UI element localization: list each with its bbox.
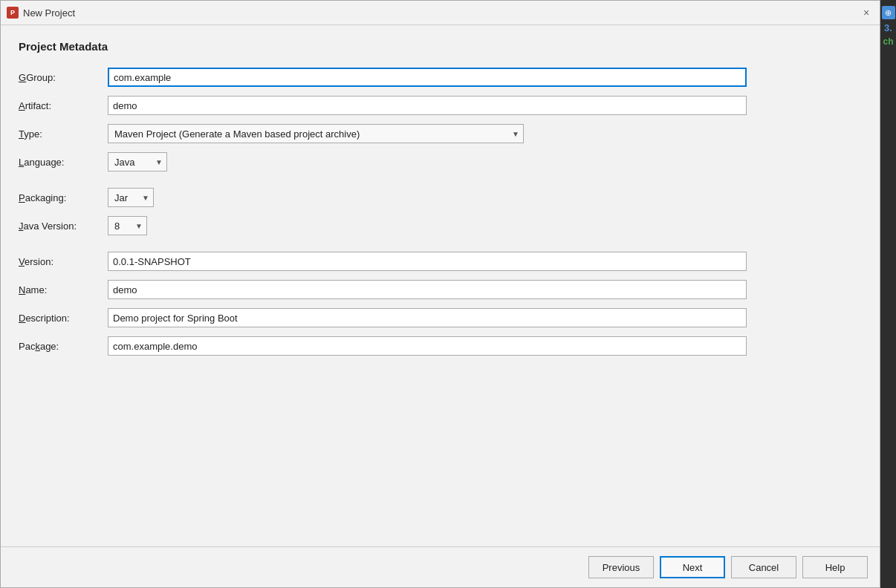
packaging-row: Packaging: Jar War ▼ bbox=[19, 188, 862, 207]
name-label: Name: bbox=[19, 284, 108, 295]
type-label: Type: bbox=[19, 128, 108, 140]
group-input[interactable] bbox=[108, 68, 747, 87]
right-panel-icon[interactable]: ⊕ bbox=[882, 6, 895, 19]
next-button[interactable]: Next bbox=[660, 556, 725, 578]
artifact-row: Artifact: bbox=[19, 96, 862, 115]
language-select[interactable]: Java Kotlin Groovy bbox=[108, 152, 167, 172]
spacer-2 bbox=[19, 244, 862, 252]
java-version-select-wrapper: 8 11 17 21 ▼ bbox=[108, 216, 147, 235]
java-version-select[interactable]: 8 11 17 21 bbox=[108, 216, 147, 235]
language-label: Language: bbox=[19, 157, 108, 168]
cancel-button[interactable]: Cancel bbox=[731, 556, 796, 578]
description-row: Description: bbox=[19, 308, 862, 327]
group-row: GGroup: bbox=[19, 68, 862, 87]
previous-button[interactable]: Previous bbox=[588, 556, 654, 578]
language-row: Language: Java Kotlin Groovy ▼ bbox=[19, 152, 862, 172]
packaging-label: Packaging: bbox=[19, 192, 108, 203]
window-icon: P bbox=[7, 7, 19, 19]
help-button[interactable]: Help bbox=[802, 556, 868, 578]
window-title: New Project bbox=[23, 7, 859, 19]
packaging-select[interactable]: Jar War bbox=[108, 188, 154, 207]
right-panel-extra: ch bbox=[883, 36, 893, 47]
java-version-label: Java Version: bbox=[19, 220, 108, 232]
type-row: Type: Maven Project (Generate a Maven ba… bbox=[19, 124, 862, 143]
spacer-1 bbox=[19, 180, 862, 188]
close-button[interactable]: × bbox=[859, 5, 874, 20]
language-select-wrapper: Java Kotlin Groovy ▼ bbox=[108, 152, 167, 172]
artifact-label: Artifact: bbox=[19, 100, 108, 111]
right-panel-version: 3. bbox=[884, 22, 892, 33]
group-label: GGroup: bbox=[19, 72, 108, 83]
type-select-wrapper: Maven Project (Generate a Maven based pr… bbox=[108, 124, 524, 143]
package-label: Package: bbox=[19, 341, 108, 352]
right-panel: ⊕ 3. ch bbox=[880, 0, 896, 588]
name-row: Name: bbox=[19, 280, 862, 299]
version-row: Version: bbox=[19, 252, 862, 271]
name-input[interactable] bbox=[108, 280, 747, 299]
type-select[interactable]: Maven Project (Generate a Maven based pr… bbox=[108, 124, 524, 143]
packaging-select-wrapper: Jar War ▼ bbox=[108, 188, 154, 207]
version-label: Version: bbox=[19, 256, 108, 267]
section-title: Project Metadata bbox=[19, 40, 862, 53]
artifact-input[interactable] bbox=[108, 96, 747, 115]
title-bar: P New Project × bbox=[1, 1, 880, 25]
dialog-content: Project Metadata GGroup: Artifact: Type:… bbox=[1, 25, 880, 546]
description-label: Description: bbox=[19, 313, 108, 324]
java-version-row: Java Version: 8 11 17 21 ▼ bbox=[19, 216, 862, 235]
version-input[interactable] bbox=[108, 252, 747, 271]
package-input[interactable] bbox=[108, 336, 747, 356]
description-input[interactable] bbox=[108, 308, 747, 327]
dialog-footer: Previous Next Cancel Help bbox=[1, 546, 880, 587]
package-row: Package: bbox=[19, 336, 862, 356]
dialog-window: P New Project × Project Metadata GGroup:… bbox=[0, 0, 880, 588]
